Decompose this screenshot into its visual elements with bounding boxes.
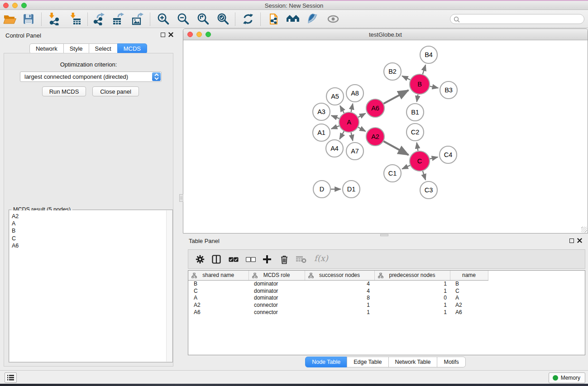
table-cell[interactable]: 4	[305, 287, 374, 295]
graph-node-B1[interactable]: B1	[406, 104, 424, 121]
task-history-button[interactable]	[5, 372, 17, 383]
close-panel-icon[interactable]	[577, 238, 582, 243]
table-cell[interactable]: C	[450, 287, 488, 295]
table-cell[interactable]: connector	[249, 309, 305, 316]
result-list-item[interactable]: C	[10, 235, 172, 242]
graph-node-B2[interactable]: B2	[384, 63, 401, 80]
create-column-button[interactable]	[260, 252, 274, 267]
window-resize-grip[interactable]	[581, 227, 587, 233]
graph-edge-A-A5[interactable]	[340, 106, 344, 113]
graph-node-C4[interactable]: C4	[440, 146, 457, 163]
graph-edge-C-C1[interactable]	[402, 165, 410, 169]
table-cell[interactable]: A	[450, 294, 488, 301]
close-panel-icon[interactable]	[168, 32, 173, 37]
column-header-predecessor-nodes[interactable]: predecessor nodes	[374, 271, 450, 280]
graph-edge-B-B2[interactable]	[402, 76, 410, 80]
select-all-columns-button[interactable]	[226, 252, 241, 267]
graph-edge-B-B3[interactable]	[430, 86, 439, 88]
graph-node-A4[interactable]: A4	[326, 140, 343, 157]
graph-edge-A6-B[interactable]	[383, 90, 408, 104]
table-cell[interactable]: 1	[305, 309, 374, 316]
function-builder-button[interactable]: f(x)	[314, 253, 328, 263]
result-list-item[interactable]: A6	[10, 242, 172, 249]
column-header-successor-nodes[interactable]: successor nodes	[305, 271, 374, 280]
table-cell[interactable]: 1	[305, 301, 374, 309]
table-row[interactable]: A6connector11A6	[188, 309, 585, 316]
column-header-shared-name[interactable]: shared name	[188, 271, 249, 280]
table-cell[interactable]: 4	[305, 280, 374, 287]
table-cell[interactable]: A	[188, 294, 249, 301]
graph-node-A8[interactable]: A8	[346, 85, 363, 102]
graph-node-A2[interactable]: A2	[366, 128, 384, 146]
graph-node-A1[interactable]: A1	[313, 124, 330, 141]
graph-edge-B-B4[interactable]	[423, 65, 425, 74]
first-neighbors-button[interactable]	[285, 11, 301, 27]
float-panel-icon[interactable]	[569, 238, 574, 243]
open-session-button[interactable]	[2, 11, 18, 27]
graph-edge-A-A4[interactable]	[339, 131, 344, 139]
table-row[interactable]: Bdominator41B	[188, 280, 585, 287]
table-cell[interactable]: B	[188, 280, 249, 287]
tab-style[interactable]: Style	[63, 43, 89, 54]
table-row[interactable]: A2connector11A2	[188, 301, 585, 309]
table-row[interactable]: Cdominator41C	[188, 287, 585, 295]
apply-layout-button[interactable]	[240, 11, 256, 27]
graph-node-B[interactable]: B	[410, 74, 430, 94]
zoom-fit-button[interactable]	[195, 11, 211, 27]
list-scrollbar[interactable]	[166, 210, 172, 362]
graph-node-A5[interactable]: A5	[326, 88, 344, 105]
export-image-button[interactable]	[129, 11, 146, 27]
table-cell[interactable]: dominator	[249, 287, 305, 295]
result-list-item[interactable]: B	[10, 227, 172, 234]
graph-node-A3[interactable]: A3	[313, 103, 330, 120]
table-cell[interactable]: 8	[305, 294, 374, 301]
network-canvas[interactable]: AA1A2A3A4A5A6A7A8BB1B2B3B4CC1C2C3C4DD1	[183, 40, 588, 233]
memory-button[interactable]: Memory	[549, 372, 585, 383]
graph-node-C1[interactable]: C1	[384, 165, 401, 182]
tab-node-table[interactable]: Node Table	[305, 357, 347, 367]
import-network-button[interactable]	[46, 11, 62, 27]
tab-network[interactable]: Network	[29, 43, 64, 54]
graph-node-A6[interactable]: A6	[366, 99, 384, 117]
table-cell[interactable]: 1	[374, 287, 450, 295]
graph-node-D[interactable]: D	[313, 181, 330, 198]
tab-mcds[interactable]: MCDS	[117, 43, 147, 54]
table-cell[interactable]: C	[188, 287, 249, 295]
delete-column-button[interactable]	[277, 252, 292, 267]
table-settings-button[interactable]	[193, 252, 207, 267]
result-list-item[interactable]: A	[10, 220, 172, 227]
graph-node-A[interactable]: A	[339, 112, 359, 132]
table-cell[interactable]: A2	[188, 301, 249, 309]
run-mcds-button[interactable]: Run MCDS	[42, 86, 86, 96]
table-cell[interactable]: dominator	[249, 280, 305, 287]
table-cell[interactable]: 1	[374, 301, 450, 309]
graph-node-C2[interactable]: C2	[406, 124, 424, 141]
tab-select[interactable]: Select	[89, 43, 118, 54]
graph-edge-A-A1[interactable]	[331, 126, 339, 129]
graph-node-C[interactable]: C	[410, 151, 430, 171]
table-cell[interactable]: A2	[450, 301, 488, 309]
new-network-from-selection-button[interactable]	[266, 11, 282, 27]
graph-edge-A-A6[interactable]	[358, 114, 365, 118]
table-cell[interactable]: B	[450, 280, 488, 287]
graph-edge-A-A2[interactable]	[358, 127, 365, 131]
graph-node-B3[interactable]: B3	[440, 81, 457, 99]
graph-edge-A-A3[interactable]	[331, 115, 339, 119]
graph-node-D1[interactable]: D1	[343, 181, 360, 198]
export-network-button[interactable]	[91, 11, 107, 27]
graph-edge-C-C3[interactable]	[423, 171, 425, 180]
column-header-name[interactable]: name	[450, 271, 488, 280]
graph-edge-B-B1[interactable]	[417, 95, 418, 102]
table-cell[interactable]: 1	[374, 309, 450, 316]
table-cell[interactable]: A6	[188, 309, 249, 316]
graph-node-A7[interactable]: A7	[346, 143, 363, 160]
table-row[interactable]: Adominator80A	[188, 294, 585, 301]
table-cell[interactable]: 0	[374, 294, 450, 301]
save-session-button[interactable]	[20, 11, 37, 27]
show-hide-graphics-details-button[interactable]	[304, 11, 320, 27]
mcds-result-list[interactable]: A2ABCA6	[10, 210, 172, 362]
delete-table-button[interactable]	[294, 252, 308, 267]
import-table-button[interactable]	[67, 11, 84, 27]
zoom-out-button[interactable]	[175, 11, 191, 27]
graph-edge-C-C4[interactable]	[430, 157, 438, 159]
